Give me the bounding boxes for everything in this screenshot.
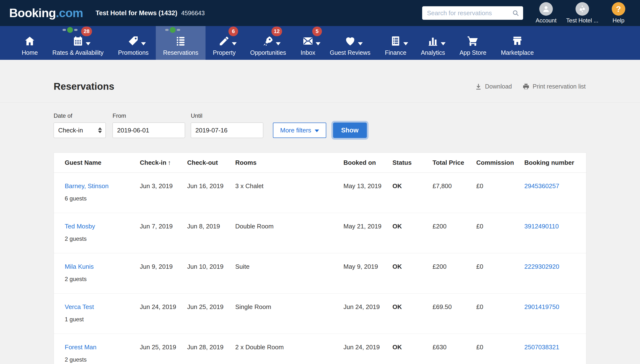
nav-item-property[interactable]: 6 Property [205, 26, 243, 60]
rooms: 3 x Chalet [235, 182, 343, 190]
status-badge: OK [392, 303, 433, 311]
guest-name-link[interactable]: Forest Man [65, 344, 97, 351]
guest-name-link[interactable]: Barney, Stinson [65, 182, 109, 190]
nav-item-promotions[interactable]: Promotions [111, 26, 156, 60]
envelope-icon [302, 35, 314, 47]
col-booked-on: Booked on [343, 159, 392, 166]
guest-name-link[interactable]: Ted Mosby [65, 223, 95, 230]
rocket-icon [262, 35, 274, 47]
nav-item-analytics[interactable]: Analytics [414, 26, 452, 60]
calendar-icon [72, 35, 84, 47]
check-out-date: Jun 10, 2019 [187, 262, 235, 271]
commission: £0 [476, 343, 524, 351]
date-of-dropdown[interactable]: Check-in [54, 122, 106, 138]
logo-booking: Booking [9, 6, 56, 20]
sort-ascending-icon: ↑ [168, 159, 171, 166]
help-icon: ? [612, 2, 625, 16]
date-of-label: Date of [54, 112, 106, 119]
until-label: Until [191, 112, 266, 119]
chevron-down-icon [232, 42, 237, 45]
tag-icon [127, 35, 139, 47]
printer-icon [522, 83, 530, 90]
guest-count: 6 guests [65, 194, 140, 202]
nav-item-guest-reviews[interactable]: Guest Reviews [323, 26, 378, 60]
guest-count: 2 guests [65, 275, 140, 283]
nav-item-home[interactable]: Home [15, 26, 45, 60]
commission: £0 [476, 303, 524, 311]
date-of-select[interactable]: Check-in [54, 122, 106, 138]
account-avatar-icon [539, 2, 553, 16]
guest-name-link[interactable]: Mila Kunis [65, 263, 94, 270]
guest-count: 2 guests [65, 235, 140, 243]
storefront-icon [512, 35, 523, 47]
search-input[interactable] [427, 10, 512, 17]
property-switcher[interactable]: Test Hotel ... [569, 2, 595, 24]
col-check-out: Check-out [187, 159, 235, 166]
nav-item-app-store[interactable]: App Store [452, 26, 494, 60]
guest-name-link[interactable]: Verca Test [65, 303, 94, 310]
guest-count: 1 guest [65, 315, 140, 324]
col-status: Status [392, 159, 433, 166]
col-guest-name: Guest Name [65, 159, 140, 166]
help-menu[interactable]: ? Help [605, 2, 632, 24]
status-badge: OK [392, 262, 433, 271]
chevron-down-icon [441, 42, 446, 45]
nav-item-finance[interactable]: Finance [378, 26, 414, 60]
table-row: Mila Kunis 2 guests Jun 9, 2019 Jun 10, … [54, 253, 586, 294]
check-in-date: Jun 7, 2019 [140, 222, 187, 230]
nav-item-rates-availability[interactable]: 28 Rates & Availability [45, 26, 111, 60]
chevron-down-icon [315, 130, 319, 132]
nav-item-marketplace[interactable]: Marketplace [494, 26, 541, 60]
more-filters-button[interactable]: More filters [273, 122, 326, 138]
booking-number-link[interactable]: 3912490110 [524, 223, 559, 230]
chevron-down-icon [141, 42, 146, 45]
reservations-table: Guest Name Check-in↑ Check-out Rooms Boo… [54, 152, 586, 364]
chevron-down-icon [403, 42, 408, 45]
booking-logo[interactable]: Booking.com [9, 6, 83, 20]
booked-on-date: May 9, 2019 [343, 262, 392, 271]
download-icon [475, 83, 482, 90]
chevron-down-icon [358, 42, 363, 45]
status-badge: OK [392, 182, 433, 190]
account-label: Account [536, 17, 557, 24]
account-menu[interactable]: Account [533, 2, 559, 24]
table-row: Ted Mosby 2 guests Jun 7, 2019 Jun 8, 20… [54, 213, 586, 253]
hotel-id: 4596643 [181, 10, 204, 17]
main-navigation: Home 28 Rates & Availability [0, 26, 640, 60]
top-header: Booking.com Test Hotel for Mews (1432) 4… [0, 0, 640, 26]
check-out-date: Jun 8, 2019 [187, 222, 235, 230]
booking-number-link[interactable]: 2945360257 [524, 182, 559, 190]
print-reservation-list-button[interactable]: Print reservation list [522, 83, 586, 90]
col-commission: Commission [476, 159, 524, 166]
col-check-in[interactable]: Check-in↑ [140, 159, 187, 166]
download-button[interactable]: Download [475, 83, 512, 90]
col-total-price: Total Price [433, 159, 476, 166]
check-in-date: Jun 3, 2019 [140, 182, 187, 190]
nav-item-opportunities[interactable]: 12 Opportunities [243, 26, 293, 60]
total-price: £630 [433, 343, 476, 351]
pulse-indicator-icon [63, 27, 78, 33]
check-in-date: Jun 24, 2019 [140, 303, 187, 311]
status-badge: OK [392, 222, 433, 230]
total-price: £200 [433, 262, 476, 271]
search-icon[interactable] [512, 10, 519, 17]
cart-icon [467, 35, 479, 47]
table-row: Barney, Stinson 6 guests Jun 3, 2019 Jun… [54, 173, 586, 213]
booking-number-link[interactable]: 2901419750 [524, 303, 559, 310]
nav-item-inbox[interactable]: 5 Inbox [293, 26, 322, 60]
until-date-input[interactable] [191, 122, 263, 138]
home-icon [24, 35, 36, 47]
commission: £0 [476, 262, 524, 271]
rates-badge: 28 [81, 26, 92, 36]
nav-item-reservations[interactable]: Reservations [156, 26, 205, 60]
booking-number-link[interactable]: 2229302920 [524, 263, 559, 270]
booking-number-link[interactable]: 2507038321 [524, 344, 559, 351]
show-button[interactable]: Show [333, 122, 367, 138]
total-price: £69.50 [433, 303, 476, 311]
reservation-search-box[interactable] [422, 6, 523, 20]
from-date-input[interactable] [113, 122, 185, 138]
bar-chart-icon [427, 35, 439, 47]
page-title: Reservations [54, 81, 114, 92]
reservations-list-icon [175, 35, 186, 47]
commission: £0 [476, 222, 524, 230]
